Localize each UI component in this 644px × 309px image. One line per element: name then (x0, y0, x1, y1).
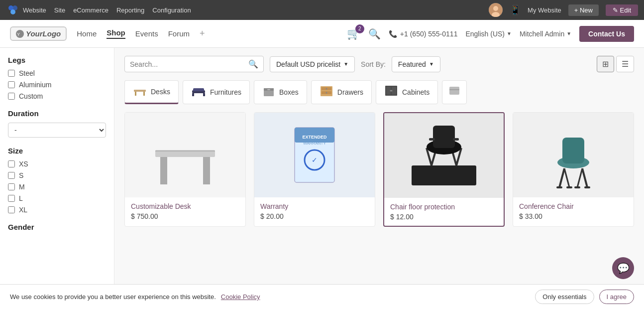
legs-custom-checkbox[interactable] (8, 93, 15, 100)
size-m-checkbox[interactable] (8, 183, 15, 190)
product-customizable-desk-image (125, 113, 245, 197)
category-desks[interactable]: Desks (124, 80, 179, 104)
size-s-item[interactable]: S (8, 171, 106, 179)
nav-forum[interactable]: Forum (168, 29, 190, 38)
chevron-down-icon: ▼ (343, 61, 348, 67)
contact-us-button[interactable]: Contact Us (579, 26, 634, 42)
odoo-icon (6, 3, 20, 17)
search-button[interactable]: 🔍 (368, 28, 381, 40)
size-xl-item[interactable]: XL (8, 206, 106, 214)
logo-text: YourLogo (26, 29, 61, 38)
size-l-item[interactable]: L (8, 194, 106, 202)
product-grid: Customizable Desk $ 750.00 EXTENDED WARR… (124, 112, 634, 227)
my-website-link[interactable]: My Website (528, 6, 561, 14)
cart-button[interactable]: 🛒 2 (347, 27, 360, 40)
category-furnitures[interactable]: Furnitures (183, 80, 250, 104)
size-l-checkbox[interactable] (8, 195, 15, 202)
product-customizable-desk-price: $ 750.00 (131, 212, 239, 220)
product-chair-floor-protection[interactable]: Chair floor protection $ 12.00 (383, 112, 505, 227)
product-warranty[interactable]: EXTENDED WARRANTY ✓ Warranty $ 20.00 (254, 112, 375, 227)
product-customizable-desk[interactable]: Customizable Desk $ 750.00 (124, 112, 246, 227)
svg-text:Y: Y (17, 32, 20, 37)
category-more-button[interactable] (442, 80, 467, 104)
app-name-link[interactable]: Website (23, 6, 46, 14)
category-cabinets-label: Cabinets (402, 88, 429, 96)
category-desks-label: Desks (151, 88, 170, 96)
size-xs-checkbox[interactable] (8, 160, 15, 167)
svg-line-54 (564, 168, 569, 187)
menu-site[interactable]: Site (54, 6, 65, 14)
edit-button[interactable]: ✎ Edit (606, 4, 638, 16)
size-title: Size (8, 147, 106, 155)
product-conference-chair-name: Conference Chair (519, 202, 628, 210)
sort-button[interactable]: Featured ▼ (392, 56, 440, 72)
legs-custom-item[interactable]: Custom (8, 92, 106, 100)
nav-shop[interactable]: Shop (107, 28, 125, 39)
svg-rect-10 (135, 92, 136, 96)
size-l-label: L (19, 194, 23, 202)
agree-button[interactable]: I agree (599, 290, 634, 304)
user-menu[interactable]: Mitchell Admin ▼ (520, 30, 571, 38)
only-essentials-button[interactable]: Only essentials (535, 290, 594, 304)
product-conference-chair-info: Conference Chair $ 33.00 (513, 197, 634, 225)
language-label: English (US) (465, 30, 505, 38)
cart-badge: 2 (355, 24, 364, 33)
category-boxes[interactable]: Boxes (254, 80, 307, 104)
size-xl-checkbox[interactable] (8, 206, 15, 213)
legs-custom-label: Custom (19, 92, 43, 100)
legs-aluminium-label: Aluminium (19, 81, 51, 89)
size-s-checkbox[interactable] (8, 172, 15, 179)
svg-point-22 (325, 88, 327, 90)
product-warranty-info: Warranty $ 20.00 (254, 197, 375, 225)
new-button[interactable]: + New (568, 4, 599, 16)
product-conference-chair-price: $ 33.00 (519, 212, 628, 220)
cookie-bar: We use cookies to provide you a better u… (0, 284, 644, 309)
language-selector[interactable]: English (US) ▼ (465, 30, 512, 38)
size-m-label: M (19, 183, 25, 191)
product-conference-chair[interactable]: Conference Chair $ 33.00 (513, 112, 634, 227)
cabinets-icon (384, 85, 398, 99)
phone-wrap: 📞 +1 (650) 555-0111 (389, 30, 458, 38)
logo: Y YourLogo (10, 26, 67, 41)
legs-steel-label: Steel (19, 69, 35, 77)
pricelist-button[interactable]: Default USD pricelist ▼ (270, 56, 355, 72)
svg-rect-47 (433, 126, 455, 148)
svg-text:EXTENDED: EXTENDED (302, 135, 327, 140)
category-drawers[interactable]: Drawers (311, 80, 372, 104)
chat-bubble[interactable]: 💬 (612, 257, 634, 279)
legs-steel-item[interactable]: Steel (8, 69, 106, 77)
size-xs-item[interactable]: XS (8, 160, 106, 168)
category-cabinets[interactable]: Cabinets (376, 80, 438, 104)
menu-reporting[interactable]: Reporting (116, 6, 144, 14)
size-m-item[interactable]: M (8, 183, 106, 191)
desks-icon (133, 85, 147, 99)
category-furnitures-label: Furnitures (210, 88, 241, 96)
menu-configuration[interactable]: Configuration (152, 6, 191, 14)
search-icon[interactable]: 🔍 (248, 59, 258, 69)
grid-view-button[interactable]: ⊞ (597, 56, 614, 72)
mobile-icon[interactable]: 📱 (510, 4, 521, 15)
website-nav: Y YourLogo Home Shop Events Forum + 🛒 2 … (0, 20, 644, 48)
nav-home[interactable]: Home (77, 29, 97, 38)
svg-rect-9 (134, 90, 146, 92)
logo-wrap: Y YourLogo (10, 26, 67, 41)
size-s-label: S (19, 171, 23, 179)
avatar[interactable] (489, 3, 503, 17)
list-view-button[interactable]: ☰ (616, 56, 634, 72)
legs-aluminium-checkbox[interactable] (8, 81, 15, 88)
search-input[interactable] (130, 60, 244, 68)
duration-select[interactable]: - (8, 123, 106, 138)
menu-ecommerce[interactable]: eCommerce (73, 6, 108, 14)
cookie-policy-link[interactable]: Cookie Policy (221, 293, 260, 301)
furnitures-icon (191, 85, 206, 99)
nav-events[interactable]: Events (135, 29, 158, 38)
svg-rect-29 (449, 87, 459, 95)
legs-steel-checkbox[interactable] (8, 70, 15, 77)
svg-rect-32 (160, 157, 167, 184)
drawers-icon (320, 85, 333, 99)
svg-rect-13 (193, 88, 204, 91)
legs-section: Legs Steel Aluminium Custom (8, 56, 106, 100)
add-nav-button[interactable]: + (200, 28, 205, 39)
chevron-down-icon: ▼ (507, 31, 512, 36)
legs-aluminium-item[interactable]: Aluminium (8, 81, 106, 89)
